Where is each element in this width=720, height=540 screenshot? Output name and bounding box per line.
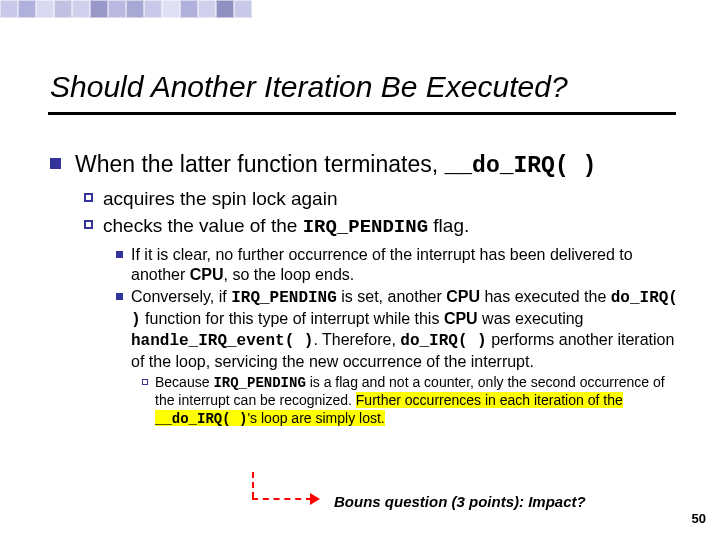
page-number: 50 bbox=[692, 511, 706, 526]
code-span: __do_IRQ( ) bbox=[155, 411, 247, 427]
deco-square bbox=[108, 0, 126, 18]
code-span: handle_IRQ_event( ) bbox=[131, 332, 313, 350]
text-span: . Therefore, bbox=[313, 331, 400, 348]
text-span: Because bbox=[155, 374, 213, 390]
bullet-square-tiny-outline-icon bbox=[142, 379, 148, 385]
deco-square bbox=[0, 0, 18, 18]
level2-group: acquires the spin lock again checks the … bbox=[84, 187, 680, 240]
text-span: was executing bbox=[478, 310, 584, 327]
bullet-square-outline-icon bbox=[84, 193, 93, 202]
text-span: Conversely, if bbox=[131, 288, 231, 305]
code-span: IRQ_PENDING bbox=[303, 216, 428, 238]
deco-square bbox=[36, 0, 54, 18]
bullet-level2: checks the value of the IRQ_PENDING flag… bbox=[84, 214, 680, 240]
bullet-square-small-icon bbox=[116, 293, 123, 300]
slide-title: Should Another Iteration Be Executed? bbox=[50, 70, 568, 104]
title-underline bbox=[48, 112, 676, 115]
bullet-text: When the latter function terminates, __d… bbox=[75, 150, 596, 181]
text-span: is set, another bbox=[337, 288, 446, 305]
code-span: IRQ_PENDING bbox=[213, 375, 305, 391]
bullet-text: Conversely, if IRQ_PENDING is set, anoth… bbox=[131, 287, 680, 371]
deco-square bbox=[144, 0, 162, 18]
slide-content: When the latter function terminates, __d… bbox=[50, 150, 680, 430]
deco-square bbox=[90, 0, 108, 18]
text-span: flag. bbox=[428, 215, 469, 236]
level3-group: If it is clear, no further occurrence of… bbox=[116, 245, 680, 371]
text-span: , so the loop ends. bbox=[224, 266, 355, 283]
text-span: When the latter function terminates, bbox=[75, 151, 444, 177]
code-span: IRQ_PENDING bbox=[231, 289, 337, 307]
bullet-text: If it is clear, no further occurrence of… bbox=[131, 245, 680, 284]
bonus-question: Bouns question (3 points): Impact? bbox=[334, 493, 586, 510]
deco-square bbox=[216, 0, 234, 18]
code-span: __do_IRQ( ) bbox=[444, 153, 596, 179]
deco-square bbox=[54, 0, 72, 18]
bullet-level4: Because IRQ_PENDING is a flag and not a … bbox=[142, 374, 680, 427]
text-span: function for this type of interrupt whil… bbox=[141, 310, 444, 327]
bullet-text: acquires the spin lock again bbox=[103, 187, 337, 211]
code-span: do_IRQ( ) bbox=[400, 332, 486, 350]
bullet-level1: When the latter function terminates, __d… bbox=[50, 150, 680, 181]
level4-group: Because IRQ_PENDING is a flag and not a … bbox=[142, 374, 680, 427]
bullet-level3: If it is clear, no further occurrence of… bbox=[116, 245, 680, 284]
text-span: 's loop are simply lost. bbox=[247, 410, 384, 426]
deco-square bbox=[72, 0, 90, 18]
bullet-level3: Conversely, if IRQ_PENDING is set, anoth… bbox=[116, 287, 680, 371]
text-span: checks the value of the bbox=[103, 215, 303, 236]
bullet-level2: acquires the spin lock again bbox=[84, 187, 680, 211]
deco-square bbox=[162, 0, 180, 18]
text-span: Further occurrences in each iteration of… bbox=[356, 392, 623, 408]
bullet-square-small-icon bbox=[116, 251, 123, 258]
arrow-vertical-line bbox=[252, 472, 254, 498]
bullet-square-filled-icon bbox=[50, 158, 61, 169]
bold-span: CPU bbox=[444, 310, 478, 327]
bullet-text: checks the value of the IRQ_PENDING flag… bbox=[103, 214, 469, 240]
decorative-squares bbox=[0, 0, 252, 18]
arrow-head-icon bbox=[310, 493, 320, 505]
bullet-text: Because IRQ_PENDING is a flag and not a … bbox=[155, 374, 680, 427]
bold-span: CPU bbox=[190, 266, 224, 283]
arrow-horizontal-line bbox=[252, 498, 312, 500]
deco-square bbox=[18, 0, 36, 18]
deco-square bbox=[234, 0, 252, 18]
deco-square bbox=[198, 0, 216, 18]
bold-span: CPU bbox=[446, 288, 480, 305]
deco-square bbox=[126, 0, 144, 18]
deco-square bbox=[180, 0, 198, 18]
text-span: has executed the bbox=[480, 288, 611, 305]
bullet-square-outline-icon bbox=[84, 220, 93, 229]
